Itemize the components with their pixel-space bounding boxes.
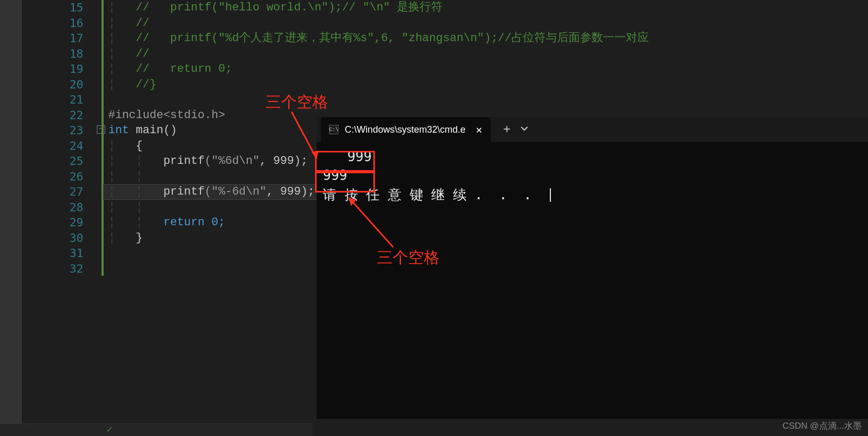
- terminal-titlebar[interactable]: C:\ C:\Windows\system32\cmd.e ✕ +: [317, 117, 868, 142]
- terminal-cursor: [550, 188, 551, 202]
- line-number: 24: [51, 138, 83, 154]
- function-call: printf: [163, 185, 205, 198]
- watermark: CSDN @点滴...水墨: [783, 420, 862, 432]
- terminal-tab-title: C:\Windows\system32\cmd.e: [345, 124, 466, 135]
- new-tab-icon[interactable]: +: [503, 123, 510, 137]
- line-number: 22: [51, 108, 83, 123]
- line-number: 16: [51, 16, 83, 31]
- annotation-label-bottom: 三个空格: [377, 247, 439, 268]
- code-comment: //}: [136, 78, 157, 91]
- line-number: 26: [51, 169, 83, 185]
- line-number: 20: [51, 77, 83, 93]
- fold-toggle-icon[interactable]: −: [97, 125, 105, 134]
- output-line: 999: [323, 166, 862, 185]
- terminal-output[interactable]: 999 999 请 按 任 意 键 继 续 . . .: [317, 142, 868, 209]
- preprocessor-directive: #include: [108, 109, 163, 122]
- line-number: 30: [51, 230, 83, 246]
- function-name: main: [129, 124, 163, 137]
- format-string: ("%-6d\n": [205, 185, 267, 198]
- line-number: 23: [51, 123, 83, 138]
- include-header: <stdio.h>: [163, 109, 225, 122]
- line-number: 31: [51, 246, 83, 261]
- line-number: 18: [51, 46, 83, 62]
- code-blank: [108, 92, 649, 108]
- highlight-box-output2: [315, 172, 375, 193]
- brace: }: [136, 232, 143, 245]
- prompt-line: 请 按 任 意 键 继 续 . . .: [323, 185, 862, 204]
- line-number: 29: [51, 215, 83, 230]
- brace: {: [136, 139, 143, 152]
- close-tab-icon[interactable]: ✕: [476, 123, 482, 136]
- activity-bar[interactable]: [0, 0, 22, 436]
- code-comment: // printf("hello world.\n");// "\n" 是换行符: [136, 1, 443, 14]
- cmd-icon: C:\: [329, 125, 338, 134]
- change-indicator-bar: [102, 0, 104, 276]
- highlight-box-output1: [315, 151, 375, 172]
- line-number: 19: [51, 61, 83, 77]
- arguments: , 999);: [259, 155, 307, 168]
- status-bar[interactable]: ✓: [0, 424, 312, 436]
- line-number: 17: [51, 31, 83, 46]
- type-keyword: int: [108, 124, 129, 137]
- line-number-gutter: 15 16 17 18 19 20 21 22 23 24 25 26 27 2…: [51, 0, 93, 276]
- status-ok-icon: ✓: [107, 424, 112, 435]
- output-line: 999: [323, 147, 862, 166]
- line-number: 15: [51, 0, 83, 16]
- annotation-label-top: 三个空格: [266, 92, 328, 113]
- line-number: 21: [51, 92, 83, 108]
- code-comment: // return 0;: [136, 62, 232, 75]
- line-number: 25: [51, 153, 83, 169]
- parentheses: (): [163, 124, 177, 137]
- line-number: 32: [51, 261, 83, 277]
- function-call: printf: [163, 155, 205, 168]
- code-comment: //: [136, 47, 149, 60]
- tab-dropdown-icon[interactable]: [520, 124, 529, 135]
- format-string: ("%6d\n": [205, 155, 260, 168]
- code-comment: //: [136, 17, 149, 30]
- return-statement: return 0;: [163, 216, 225, 229]
- line-number: 28: [51, 200, 83, 215]
- line-number: 27: [51, 184, 83, 200]
- code-comment: // printf("%d个人走了进来，其中有%s",6, "zhangsan\…: [136, 32, 649, 45]
- arguments: , 999);: [267, 185, 315, 198]
- terminal-tab[interactable]: C:\ C:\Windows\system32\cmd.e ✕: [321, 117, 490, 142]
